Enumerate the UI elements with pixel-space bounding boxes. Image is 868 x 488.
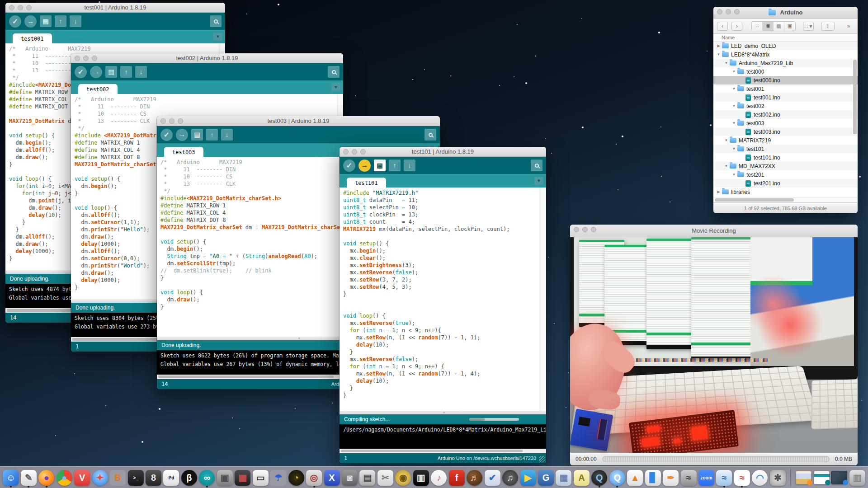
terminal-icon[interactable]: >_ xyxy=(128,470,144,486)
dock-item-scanner-app[interactable]: ▤ xyxy=(359,469,375,487)
dock-item-checkmark-app[interactable]: ✔ xyxy=(484,469,500,487)
disclosure-triangle-icon[interactable]: ▼ xyxy=(731,87,736,91)
verify-button[interactable]: ✓ xyxy=(343,160,355,172)
disk-utility-app-icon[interactable]: ≈ xyxy=(681,470,697,486)
save-button[interactable]: ↓ xyxy=(135,66,147,78)
disclosure-triangle-icon[interactable]: ▶ xyxy=(716,190,721,194)
home-app-icon[interactable]: G xyxy=(538,470,554,486)
finder-row-Arduino_Max7219_Lib[interactable]: ▼Arduino_Max7219_Lib xyxy=(713,59,858,67)
disclosure-triangle-icon[interactable]: ▼ xyxy=(724,138,729,142)
dock-item-zoom[interactable]: zoom xyxy=(698,469,714,487)
disclosure-triangle-icon[interactable]: ▼ xyxy=(731,104,736,108)
traffic-lights[interactable] xyxy=(160,118,183,124)
close-icon[interactable] xyxy=(75,56,80,61)
finder-row-test000.ino[interactable]: ∞test000.ino xyxy=(713,76,858,84)
minimize-icon[interactable] xyxy=(83,56,89,61)
tab-test002[interactable]: test002 xyxy=(78,84,118,94)
upload-button[interactable]: → xyxy=(24,15,37,28)
verify-button[interactable]: ✓ xyxy=(160,129,173,141)
disclosure-triangle-icon[interactable]: ▼ xyxy=(731,147,736,151)
traffic-lights[interactable] xyxy=(9,5,32,10)
horizontal-scrollbar[interactable] xyxy=(340,449,546,453)
dock-item-photo-browser-app[interactable]: ▦ xyxy=(556,469,571,487)
wifi-app-icon[interactable]: ◠ xyxy=(752,470,768,486)
propeller-app-icon[interactable]: ☂ xyxy=(270,470,286,486)
tab-test003[interactable]: test003 xyxy=(164,147,203,157)
minimize-icon[interactable] xyxy=(352,149,357,155)
itunes-icon[interactable]: ♪ xyxy=(431,470,447,486)
minimized-window-desktop-icon[interactable] xyxy=(831,471,847,484)
dock-item-itunes[interactable]: ♪ xyxy=(431,469,447,487)
editor-console-splitter[interactable] xyxy=(340,411,546,414)
finder-row-test002[interactable]: ▼test002 xyxy=(713,102,858,110)
toolbar-overflow-button[interactable]: » xyxy=(843,22,854,31)
cube-app-icon[interactable]: ▣ xyxy=(217,470,233,486)
titlebar-test002[interactable]: test002 | Arduino 1.8.19 xyxy=(71,53,343,63)
serial-monitor-button[interactable] xyxy=(425,129,436,141)
zoom-icon[interactable] xyxy=(92,56,97,61)
ornate-b-app-icon[interactable]: B xyxy=(110,470,126,486)
dock-item-wifi-app[interactable]: ◠ xyxy=(752,469,768,487)
tab-menu-button[interactable]: ▼ xyxy=(331,83,340,91)
new-sketch-button[interactable]: ▤ xyxy=(191,129,203,141)
tab-test001[interactable]: test001 xyxy=(13,33,52,43)
finder-row-test003[interactable]: ▼test003 xyxy=(713,119,858,127)
finder-row-test001.ino[interactable]: ∞test001.ino xyxy=(713,93,858,102)
titlebar-test001[interactable]: test001 | Arduino 1.8.19 xyxy=(5,3,225,13)
dock-item-terminal[interactable]: >_ xyxy=(127,469,143,487)
midi-keyboard-app-icon[interactable]: ▥ xyxy=(413,470,429,486)
trash-icon[interactable]: ▥ xyxy=(849,470,865,486)
dock-item-photo-editor-app[interactable]: ✂ xyxy=(377,469,393,487)
minimize-icon[interactable] xyxy=(18,5,23,10)
pure-data-icon[interactable]: Pd xyxy=(163,470,179,486)
audio-analyzer-app-icon[interactable]: ≈ xyxy=(734,470,750,486)
video-converter-app-icon[interactable]: ▶ xyxy=(520,470,536,486)
tab-test101[interactable]: test101 xyxy=(347,178,386,188)
dock-item-firefox[interactable]: ● xyxy=(38,469,54,487)
dock-item-quicktime-7[interactable]: Q xyxy=(609,469,625,487)
flash-player-icon[interactable]: f xyxy=(449,470,465,486)
dock-item-garageband[interactable]: ♬ xyxy=(467,469,482,487)
system-preferences-icon[interactable]: ✱ xyxy=(770,470,786,486)
hardware-app-icon[interactable]: ▦ xyxy=(235,470,250,486)
disclosure-triangle-icon[interactable]: ▶ xyxy=(716,44,721,48)
minimize-icon[interactable] xyxy=(169,118,175,124)
dock-item-text-editor[interactable]: ✎ xyxy=(21,469,37,487)
finder-row-libraries[interactable]: ▶libraries xyxy=(713,188,858,196)
dock-item-remote-app[interactable]: ▭ xyxy=(252,469,268,487)
close-icon[interactable] xyxy=(717,9,722,14)
serial-monitor-button[interactable] xyxy=(328,66,340,78)
dock-item-intel-power-gadget[interactable]: ≈ xyxy=(716,469,732,487)
minimize-icon[interactable] xyxy=(726,9,731,14)
devtools-app-icon[interactable]: X xyxy=(324,470,340,486)
zoom-icon[interactable]: zoom xyxy=(698,470,714,486)
disclosure-triangle-icon[interactable]: ▼ xyxy=(716,52,721,56)
zoom-icon[interactable] xyxy=(360,149,366,155)
view-columns-button[interactable]: ▦ xyxy=(774,22,784,31)
dock-item-devtools-app[interactable]: X xyxy=(324,469,340,487)
dock-item-audio-analyzer-app[interactable]: ≈ xyxy=(734,469,750,487)
garageband-icon[interactable]: ♬ xyxy=(467,470,482,486)
finder-row-MD_MAX72XX[interactable]: ▼MD_MAX72XX xyxy=(713,162,858,170)
dock-item-trash[interactable]: ▥ xyxy=(849,469,865,487)
finder-icon[interactable]: ☺ xyxy=(3,470,19,486)
zoom-icon[interactable] xyxy=(734,9,740,14)
forward-button[interactable]: › xyxy=(731,22,742,31)
photo-browser-app-icon[interactable]: ▦ xyxy=(556,470,571,486)
back-button[interactable]: ‹ xyxy=(717,22,728,31)
titlebar-movie[interactable]: Movie Recording xyxy=(570,225,858,237)
intel-power-gadget-icon[interactable]: ≈ xyxy=(716,470,732,486)
dock-item-cube-app[interactable]: ▣ xyxy=(217,469,233,487)
dock-item-ornate-b-app[interactable]: B xyxy=(110,469,126,487)
dock-item-home-app[interactable]: G xyxy=(538,469,554,487)
image-capture-app-icon[interactable]: ◙ xyxy=(342,470,358,486)
view-grid-button[interactable]: ∷ xyxy=(752,22,763,31)
dock-item-disc-burner-app[interactable]: ◉ xyxy=(395,469,411,487)
dock-item-radar-app[interactable]: ◔ xyxy=(288,469,304,487)
arduino-icon[interactable]: ∞ xyxy=(199,470,215,486)
dock-item-camera-security-app[interactable]: ◎ xyxy=(306,469,322,487)
finder-horizontal-scrollbar[interactable] xyxy=(713,197,858,202)
dock-item-pages[interactable]: ✒ xyxy=(663,469,679,487)
disc-burner-app-icon[interactable]: ◉ xyxy=(395,470,411,486)
traffic-lights[interactable] xyxy=(574,227,596,232)
